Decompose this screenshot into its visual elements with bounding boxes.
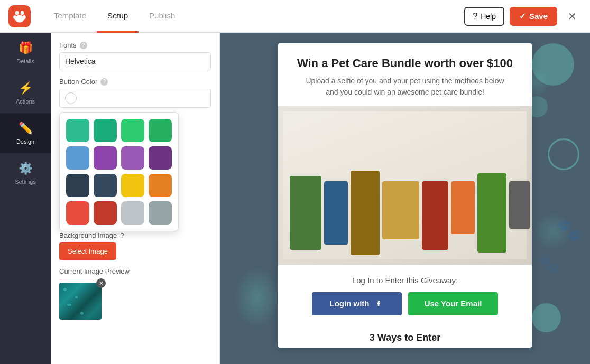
color-swatch [65,92,77,104]
sidebar-item-settings[interactable]: ⚙️ Settings [0,153,51,193]
close-button[interactable]: ✕ [563,7,582,26]
actions-icon: ⚡ [19,81,33,95]
color-swatch-3[interactable] [149,119,172,142]
paw-icon-2: 🐾 [539,255,558,273]
color-swatch-2[interactable] [121,119,144,142]
save-button[interactable]: ✓ Save [510,7,557,26]
color-swatch-6[interactable] [121,146,144,170]
login-with-text: Login with [330,299,370,308]
use-email-button[interactable]: Use Your Email [408,292,498,315]
color-input-row[interactable] [59,89,211,108]
remove-image-button[interactable]: ✕ [96,278,106,288]
sidebar-item-design-label: Design [16,138,34,145]
svg-point-0 [15,11,19,15]
help-button[interactable]: ? Help [464,7,504,26]
background-image-label-row: Background Image ? [59,231,211,239]
deco-circle-3 [548,138,579,170]
icon-sidebar: 🎁 Details ⚡ Actions ✏️ Design ⚙️ Setting… [0,33,51,364]
image-preview-container: ✕ [59,283,102,320]
color-swatch-8[interactable] [66,174,89,197]
logo [8,5,31,27]
tab-publish[interactable]: Publish [139,0,186,33]
ways-to-enter: 3 Ways to Enter [278,326,532,348]
color-dropdown [59,112,179,231]
color-swatch-12[interactable] [66,201,89,225]
sidebar-item-actions[interactable]: ⚡ Actions [0,73,51,113]
login-facebook-button[interactable]: Login with [312,292,402,315]
button-color-label: Button Color [59,78,97,86]
card-login-section: Log In to Enter this Giveaway: Login wit… [278,265,532,326]
color-swatch-4[interactable] [66,146,89,170]
svg-point-1 [21,11,24,15]
login-label: Log In to Enter this Giveaway: [291,276,519,285]
color-swatch-0[interactable] [66,119,89,142]
sidebar-item-settings-label: Settings [15,179,36,185]
fonts-input[interactable] [59,52,211,70]
nav-tabs: Template Setup Publish [43,0,186,33]
color-swatch-11[interactable] [149,174,172,197]
top-bar: Template Setup Publish ? Help ✓ Save ✕ [0,0,590,33]
checkmark-icon: ✓ [519,12,526,21]
settings-panel: Fonts ? Button Color ? Background Image [51,33,220,364]
deco-circle-4 [532,303,561,332]
paw-icon: 🐾 [556,218,582,242]
sidebar-item-actions-label: Actions [16,98,35,105]
color-swatch-9[interactable] [94,174,117,197]
color-grid [66,119,172,225]
card-image-inner [278,106,532,265]
logo-icon [13,10,26,23]
current-image-label: Current Image Preview [59,267,130,275]
top-bar-right: ? Help ✓ Save ✕ [464,7,582,26]
sidebar-item-details[interactable]: 🎁 Details [0,33,51,73]
gift-icon: 🎁 [19,41,33,55]
color-picker-container [59,89,211,108]
main-layout: 🎁 Details ⚡ Actions ✏️ Design ⚙️ Setting… [0,33,590,364]
preview-background: 🐾 🐾 🦴 🦴 🦴 Win a Pet Care Bundle worth ov… [220,33,590,364]
help-label: Help [481,12,496,21]
image-preview [59,283,102,320]
fonts-label: Fonts [59,41,77,49]
preview-thumbnail [59,283,102,320]
color-swatch-1[interactable] [94,119,117,142]
sidebar-item-details-label: Details [16,58,34,64]
tab-setup[interactable]: Setup [97,0,139,33]
login-buttons: Login with Use Your Email [291,292,519,315]
tab-template[interactable]: Template [43,0,97,33]
facebook-icon [373,298,384,309]
background-image-section: Background Image ? Select Image [59,231,211,260]
fonts-label-row: Fonts ? [59,41,211,49]
help-icon: ? [473,12,477,21]
card-product-image [278,106,532,265]
select-image-button[interactable]: Select Image [59,242,116,260]
preview-area: 🐾 🐾 🦴 🦴 🦴 Win a Pet Care Bundle worth ov… [220,33,590,364]
current-image-preview-section: Current Image Preview ✕ [59,267,211,322]
button-color-help-icon[interactable]: ? [100,78,108,86]
save-label: Save [529,12,548,21]
color-swatch-14[interactable] [121,201,144,225]
button-color-label-row: Button Color ? [59,78,211,86]
card-title: Win a Pet Care Bundle worth over $100 [278,43,532,76]
gear-icon: ⚙️ [19,162,33,175]
color-swatch-10[interactable] [121,174,144,197]
color-swatch-5[interactable] [94,146,117,170]
background-image-label: Background Image [59,231,117,239]
color-swatch-13[interactable] [94,201,117,225]
card-subtitle: Upload a selfie of you and your pet usin… [278,76,532,106]
sidebar-item-design[interactable]: ✏️ Design [0,113,51,153]
color-swatch-7[interactable] [149,146,172,170]
deco-circle-1 [532,43,574,86]
design-icon: ✏️ [19,122,33,135]
current-image-label-row: Current Image Preview [59,267,211,275]
content-card: Win a Pet Care Bundle worth over $100 Up… [278,43,532,348]
fonts-help-icon[interactable]: ? [80,42,87,49]
background-image-help-icon[interactable]: ? [120,231,124,239]
color-swatch-15[interactable] [149,201,172,225]
